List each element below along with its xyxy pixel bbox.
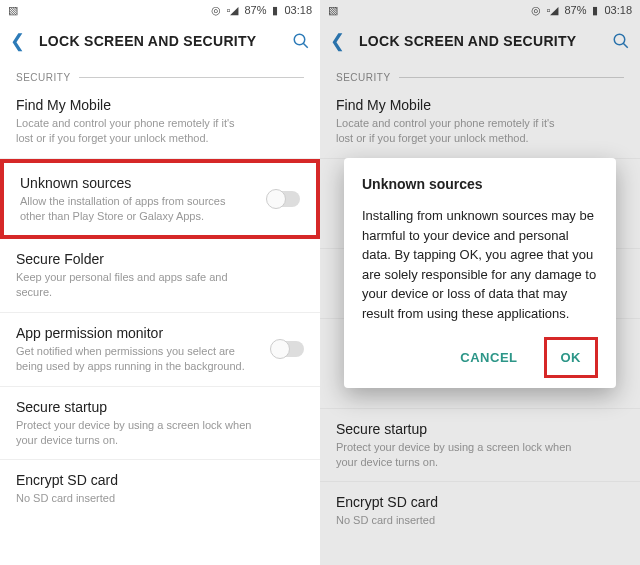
clock: 03:18 [284, 4, 312, 16]
svg-point-0 [294, 34, 305, 45]
battery-pct: 87% [244, 4, 266, 16]
page-title: LOCK SCREEN AND SECURITY [39, 33, 278, 49]
ok-highlight: OK [544, 337, 599, 378]
item-desc: Allow the installation of apps from sour… [20, 194, 300, 224]
battery-icon: ▮ [272, 4, 278, 17]
section-header: SECURITY [0, 62, 320, 85]
item-secure-folder[interactable]: Secure Folder Keep your personal files a… [0, 239, 320, 313]
item-secure-startup[interactable]: Secure startup Protect your device by us… [0, 387, 320, 461]
picture-icon: ▧ [8, 4, 18, 17]
dialog-actions: CANCEL OK [362, 337, 598, 378]
item-find-my-mobile[interactable]: Find My Mobile Locate and control your p… [0, 85, 320, 159]
item-desc: Keep your personal files and apps safe a… [16, 270, 304, 300]
dialog-scrim[interactable]: Unknown sources Installing from unknown … [320, 0, 640, 565]
item-desc: Locate and control your phone remotely i… [16, 116, 304, 146]
status-bar: ▧ ◎ ▫◢ 87% ▮ 03:18 [0, 0, 320, 20]
item-title: Find My Mobile [16, 97, 304, 113]
item-title: Secure Folder [16, 251, 304, 267]
vibrate-icon: ◎ [211, 4, 221, 17]
item-desc: Protect your device by using a screen lo… [16, 418, 304, 448]
search-icon[interactable] [292, 32, 310, 50]
item-app-permission-monitor[interactable]: App permission monitor Get notified when… [0, 313, 320, 387]
item-encrypt-sd[interactable]: Encrypt SD card No SD card inserted [0, 460, 320, 518]
signal-icon: ▫◢ [227, 4, 239, 17]
item-title: Secure startup [16, 399, 304, 415]
item-title: Unknown sources [20, 175, 300, 191]
toggle-unknown-sources[interactable] [268, 191, 300, 207]
unknown-sources-dialog: Unknown sources Installing from unknown … [344, 158, 616, 388]
phone-screen-left: ▧ ◎ ▫◢ 87% ▮ 03:18 ❮ LOCK SCREEN AND SEC… [0, 0, 320, 565]
dialog-body: Installing from unknown sources may be h… [362, 206, 598, 323]
ok-button[interactable]: OK [553, 344, 590, 371]
svg-line-1 [303, 43, 308, 48]
dialog-title: Unknown sources [362, 176, 598, 192]
item-unknown-sources[interactable]: Unknown sources Allow the installation o… [0, 159, 320, 240]
cancel-button[interactable]: CANCEL [452, 344, 525, 371]
item-desc: No SD card inserted [16, 491, 304, 506]
item-desc: Get notified when permissions you select… [16, 344, 304, 374]
section-label: SECURITY [16, 72, 71, 83]
back-icon[interactable]: ❮ [10, 30, 25, 52]
divider [79, 77, 304, 78]
toggle-permissions[interactable] [272, 341, 304, 357]
item-title: App permission monitor [16, 325, 304, 341]
item-title: Encrypt SD card [16, 472, 304, 488]
app-bar: ❮ LOCK SCREEN AND SECURITY [0, 20, 320, 62]
phone-screen-right: ▧ ◎ ▫◢ 87% ▮ 03:18 ❮ LOCK SCREEN AND SEC… [320, 0, 640, 565]
